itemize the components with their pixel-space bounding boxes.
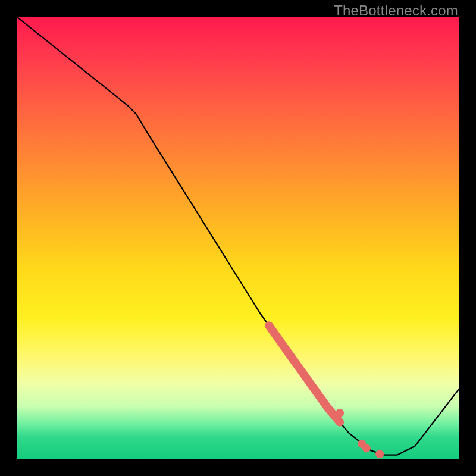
series-bottleneck-curve bbox=[17, 17, 459, 455]
chart-frame: TheBottleneck.com bbox=[0, 0, 476, 476]
chart-svg bbox=[17, 17, 459, 459]
marker-dot bbox=[336, 409, 344, 417]
marker-dot bbox=[362, 444, 371, 452]
highlight-segment bbox=[269, 325, 340, 422]
marker-dot bbox=[375, 450, 384, 458]
attribution-label: TheBottleneck.com bbox=[334, 2, 458, 19]
